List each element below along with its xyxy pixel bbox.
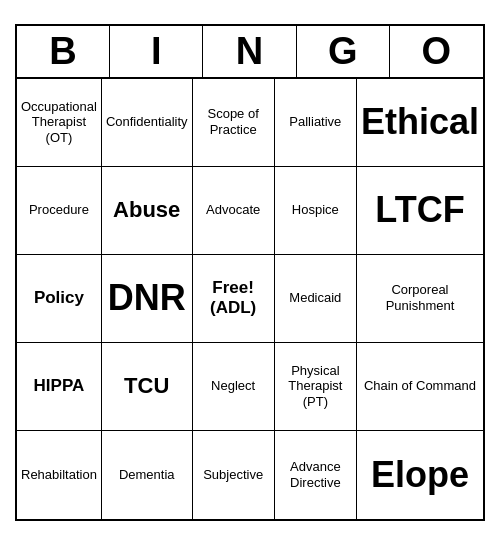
bingo-cell-4: Ethical [357, 79, 483, 167]
bingo-cell-11: DNR [102, 255, 193, 343]
cell-text-18: Physical Therapist (PT) [279, 363, 352, 410]
header-letter-i: I [110, 26, 203, 77]
cell-text-10: Policy [34, 288, 84, 308]
header-letter-n: N [203, 26, 296, 77]
cell-text-19: Chain of Command [364, 378, 476, 394]
cell-text-14: Corporeal Punishment [361, 282, 479, 313]
bingo-cell-12: Free! (ADL) [193, 255, 275, 343]
bingo-cell-19: Chain of Command [357, 343, 483, 431]
bingo-cell-8: Hospice [275, 167, 357, 255]
bingo-cell-18: Physical Therapist (PT) [275, 343, 357, 431]
cell-text-1: Confidentiality [106, 114, 188, 130]
cell-text-15: HIPPA [34, 376, 85, 396]
cell-text-12: Free! (ADL) [210, 278, 256, 319]
bingo-card: BINGO Occupational Therapist (OT)Confide… [15, 24, 485, 521]
cell-text-16: TCU [124, 373, 169, 399]
bingo-cell-3: Palliative [275, 79, 357, 167]
cell-text-20: Rehabiltation [21, 467, 97, 483]
cell-text-11: DNR [108, 276, 186, 319]
bingo-cell-5: Procedure [17, 167, 102, 255]
bingo-cell-7: Advocate [193, 167, 275, 255]
cell-text-24: Elope [371, 453, 469, 496]
cell-text-3: Palliative [289, 114, 341, 130]
header-letter-g: G [297, 26, 390, 77]
cell-text-6: Abuse [113, 197, 180, 223]
bingo-cell-23: Advance Directive [275, 431, 357, 519]
bingo-cell-1: Confidentiality [102, 79, 193, 167]
cell-text-7: Advocate [206, 202, 260, 218]
bingo-cell-21: Dementia [102, 431, 193, 519]
cell-text-21: Dementia [119, 467, 175, 483]
header-letter-o: O [390, 26, 483, 77]
bingo-cell-17: Neglect [193, 343, 275, 431]
cell-text-2: Scope of Practice [197, 106, 270, 137]
cell-text-17: Neglect [211, 378, 255, 394]
bingo-cell-16: TCU [102, 343, 193, 431]
cell-text-13: Medicaid [289, 290, 341, 306]
cell-text-23: Advance Directive [279, 459, 352, 490]
bingo-cell-9: LTCF [357, 167, 483, 255]
cell-text-22: Subjective [203, 467, 263, 483]
cell-text-0: Occupational Therapist (OT) [21, 99, 97, 146]
bingo-cell-15: HIPPA [17, 343, 102, 431]
bingo-cell-10: Policy [17, 255, 102, 343]
bingo-cell-6: Abuse [102, 167, 193, 255]
cell-text-9: LTCF [375, 188, 464, 231]
bingo-cell-2: Scope of Practice [193, 79, 275, 167]
bingo-grid: Occupational Therapist (OT)Confidentiali… [17, 79, 483, 519]
bingo-cell-20: Rehabiltation [17, 431, 102, 519]
cell-text-8: Hospice [292, 202, 339, 218]
bingo-cell-13: Medicaid [275, 255, 357, 343]
bingo-cell-22: Subjective [193, 431, 275, 519]
header-letter-b: B [17, 26, 110, 77]
cell-text-5: Procedure [29, 202, 89, 218]
bingo-cell-24: Elope [357, 431, 483, 519]
cell-text-4: Ethical [361, 100, 479, 143]
bingo-cell-14: Corporeal Punishment [357, 255, 483, 343]
bingo-cell-0: Occupational Therapist (OT) [17, 79, 102, 167]
bingo-header: BINGO [17, 26, 483, 79]
